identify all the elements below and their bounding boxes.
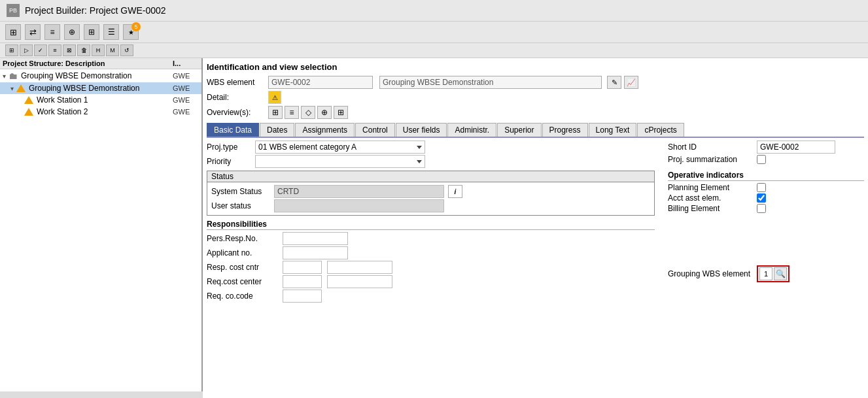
overview-label: Overview(s): xyxy=(207,108,266,117)
pers-resp-input[interactable] xyxy=(283,232,348,245)
right-panel: Identification and view selection WBS el… xyxy=(203,58,868,398)
system-status-info-btn[interactable]: i xyxy=(448,185,462,198)
tb2-btn5[interactable]: ⊠ xyxy=(63,44,76,56)
proj-type-value: 01 WBS element category A xyxy=(258,142,356,152)
main-toolbar: ⊞ ⇄ ≡ ⊕ ⊞ ☰ ★ 5 xyxy=(0,22,868,43)
resp-cost-cntr-input1[interactable] xyxy=(283,261,322,274)
wbs-edit-btn[interactable]: ✎ xyxy=(607,76,621,89)
priority-select[interactable] xyxy=(255,155,425,168)
tab-progress[interactable]: Progress xyxy=(542,123,588,137)
req-cost-center-input1[interactable] xyxy=(283,275,322,288)
short-id-label: Short ID xyxy=(668,142,753,152)
table-btn[interactable]: ☰ xyxy=(103,24,119,40)
ov-icon-2[interactable]: ≡ xyxy=(285,106,299,119)
proj-summarization-row: Proj. summarization xyxy=(668,155,864,164)
detail-row: Detail: ⚠ xyxy=(207,91,864,104)
tab-basic-data[interactable]: Basic Data xyxy=(207,123,259,137)
tb2-btn9[interactable]: ↺ xyxy=(120,44,133,56)
tb2-btn1[interactable]: ⊞ xyxy=(5,44,18,56)
ov-icon-3[interactable]: ◇ xyxy=(301,106,315,119)
tab-long-text[interactable]: Long Text xyxy=(589,123,637,137)
navigate-btn[interactable]: ⇄ xyxy=(25,24,41,40)
wbs-element-name-input[interactable] xyxy=(379,76,602,89)
tree-item-4[interactable]: ▾ Work Station 2 GWE xyxy=(0,106,201,118)
req-co-code-input[interactable] xyxy=(283,290,322,303)
window-title: Project Builder: Project GWE-0002 xyxy=(25,5,166,16)
ov-icon-4[interactable]: ⊕ xyxy=(317,106,332,119)
short-id-row: Short ID xyxy=(668,141,864,154)
acct-asst-checkbox[interactable] xyxy=(757,193,766,203)
req-cost-center-label: Req.cost center xyxy=(207,277,279,286)
req-cost-center-input2[interactable] xyxy=(327,275,392,288)
tb2-btn7[interactable]: H xyxy=(92,44,105,56)
project-structure-btn[interactable]: ⊞ xyxy=(5,24,21,40)
wbs-element-input[interactable] xyxy=(268,76,373,89)
tree-item-3[interactable]: ▾ Work Station 1 GWE xyxy=(0,94,201,106)
priority-arrow xyxy=(417,160,422,163)
planning-element-checkbox[interactable] xyxy=(757,183,766,192)
billing-element-row: Billing Element xyxy=(668,204,864,213)
left-panel-header: Project Structure: Description I... xyxy=(0,58,201,69)
tb2-btn2[interactable]: ▷ xyxy=(20,44,33,56)
tab-user-fields[interactable]: User fields xyxy=(396,123,447,137)
resp-cost-cntr-input2[interactable] xyxy=(327,261,392,274)
tree-id-4: GWE xyxy=(173,108,199,116)
wbs-chart-btn[interactable]: 📈 xyxy=(624,76,638,89)
structure2-btn[interactable]: ⊞ xyxy=(84,24,99,40)
tree-label-4: Work Station 2 xyxy=(37,107,171,116)
system-status-input xyxy=(274,185,444,198)
resp-cost-cntr-row: Resp. cost cntr xyxy=(207,261,655,274)
proj-summarization-label: Proj. summarization xyxy=(668,155,753,164)
system-status-label: System Status xyxy=(211,187,270,196)
tree-item-1[interactable]: ▾ 🖿 Grouping WBSE Demonstration GWE xyxy=(0,69,201,82)
grouping-wbs-search-btn[interactable]: 🔍 xyxy=(774,267,787,280)
left-panel: Project Structure: Description I... ▾ 🖿 … xyxy=(0,58,203,398)
detail-label: Detail: xyxy=(207,93,266,102)
tb2-btn6[interactable]: 🗑 xyxy=(77,44,90,56)
user-status-input[interactable] xyxy=(274,199,444,212)
tab-administr[interactable]: Administr. xyxy=(447,123,496,137)
tb2-btn8[interactable]: M xyxy=(106,44,119,56)
user-status-row: User status xyxy=(211,199,650,212)
proj-summarization-checkbox[interactable] xyxy=(757,155,766,164)
ov-icon-1[interactable]: ⊞ xyxy=(268,106,283,119)
list-btn[interactable]: ≡ xyxy=(44,24,60,40)
applicant-input[interactable] xyxy=(283,246,348,259)
title-bar: PB Project Builder: Project GWE-0002 xyxy=(0,0,868,22)
tree-label-1: Grouping WBSE Demonstration xyxy=(21,71,171,80)
proj-type-arrow xyxy=(417,146,422,149)
folder-icon: 🖿 xyxy=(9,71,18,81)
tab-assignments[interactable]: Assignments xyxy=(295,123,355,137)
triangle-icon-4 xyxy=(24,108,33,116)
system-status-row: System Status i xyxy=(211,185,650,198)
hierarchy-btn[interactable]: ⊕ xyxy=(64,24,80,40)
badge-btn[interactable]: ★ 5 xyxy=(123,24,139,40)
tree-id-2: GWE xyxy=(173,84,199,92)
acct-asst-row: Acct asst elem. xyxy=(668,193,864,203)
grouping-wbs-box[interactable]: 1 xyxy=(759,267,773,280)
acct-asst-label: Acct asst elem. xyxy=(668,193,753,203)
tab-control[interactable]: Control xyxy=(355,123,395,137)
tab-cprojects[interactable]: cProjects xyxy=(637,123,684,137)
resp-cost-cntr-label: Resp. cost cntr xyxy=(207,263,279,272)
tb2-btn3[interactable]: ✓ xyxy=(34,44,47,56)
applicant-row: Applicant no. xyxy=(207,246,655,259)
ov-icon-5[interactable]: ⊞ xyxy=(334,106,348,119)
triangle-icon-2 xyxy=(16,84,26,92)
short-id-input[interactable] xyxy=(757,141,835,154)
tb2-btn4[interactable]: ≡ xyxy=(48,44,61,56)
proj-type-select[interactable]: 01 WBS element category A xyxy=(255,141,425,154)
wbs-element-row: WBS element ✎ 📈 xyxy=(207,76,864,89)
tree-id-3: GWE xyxy=(173,96,199,104)
tab-superior[interactable]: Superior xyxy=(497,123,541,137)
operative-indicators-title: Operative indicators xyxy=(668,171,864,181)
responsibilities-title: Responsibilities xyxy=(207,220,655,230)
col-id-header: I... xyxy=(173,59,199,67)
tree-item-2[interactable]: ▾ Grouping WBSE Demonstration GWE xyxy=(0,82,201,94)
status-header: Status xyxy=(207,171,654,182)
user-status-label: User status xyxy=(211,201,270,210)
detail-warning-icon[interactable]: ⚠ xyxy=(268,91,281,104)
overview-icons: ⊞ ≡ ◇ ⊕ ⊞ xyxy=(268,106,348,119)
billing-element-checkbox[interactable] xyxy=(757,204,766,213)
tab-dates[interactable]: Dates xyxy=(260,123,294,137)
